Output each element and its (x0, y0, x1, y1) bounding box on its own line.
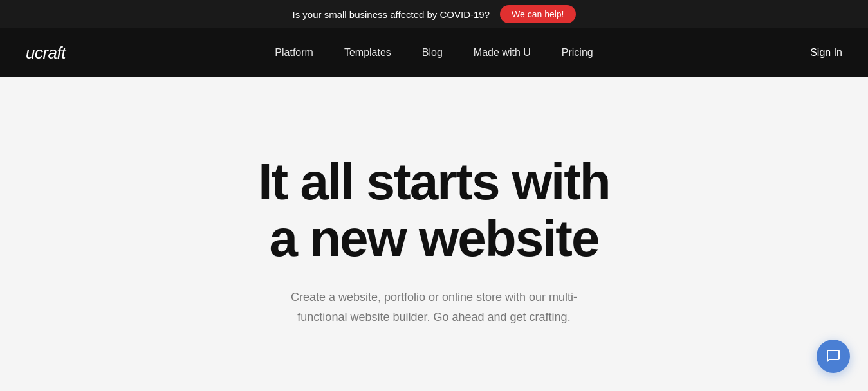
navbar: ucraft Platform Templates Blog Made with… (0, 28, 868, 77)
nav-item-templates[interactable]: Templates (344, 47, 391, 59)
nav-link-platform[interactable]: Platform (275, 47, 313, 58)
nav-item-platform[interactable]: Platform (275, 47, 313, 59)
chat-bubble[interactable] (817, 340, 850, 373)
nav-item-blog[interactable]: Blog (422, 47, 443, 59)
logo-text: ucraft (26, 43, 66, 62)
hero-title-line2: a new website (270, 210, 599, 267)
announcement-bar: Is your small business affected by COVID… (0, 0, 868, 28)
nav-link-templates[interactable]: Templates (344, 47, 391, 58)
nav-link-pricing[interactable]: Pricing (562, 47, 593, 58)
hero-section: It all starts with a new website Create … (0, 77, 868, 391)
hero-subtitle: Create a website, portfolio or online st… (286, 287, 582, 327)
hero-title-line1: It all starts with (258, 153, 609, 210)
hero-subtitle-text: Create a website, portfolio or online st… (291, 291, 577, 323)
logo[interactable]: ucraft (26, 43, 66, 63)
nav-item-pricing[interactable]: Pricing (562, 47, 593, 59)
announcement-text: Is your small business affected by COVID… (293, 9, 490, 20)
help-button[interactable]: We can help! (500, 5, 575, 23)
chat-icon (826, 349, 841, 364)
nav-link-made-with-u[interactable]: Made with U (474, 47, 531, 58)
hero-title: It all starts with a new website (258, 154, 609, 267)
sign-in-link[interactable]: Sign In (810, 47, 842, 59)
nav-link-blog[interactable]: Blog (422, 47, 443, 58)
nav-links: Platform Templates Blog Made with U Pric… (275, 47, 593, 59)
nav-item-made-with-u[interactable]: Made with U (474, 47, 531, 59)
